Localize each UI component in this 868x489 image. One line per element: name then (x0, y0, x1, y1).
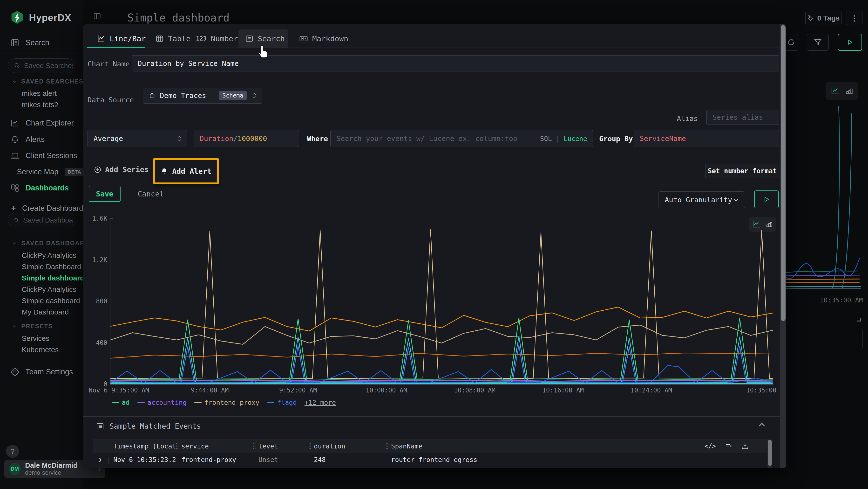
download-icon[interactable] (741, 442, 749, 450)
panel-resize-handle[interactable] (858, 318, 861, 321)
saved-dashboard-item-active[interactable]: Simple dashboard (22, 274, 84, 282)
saved-dashboards-placeholder: Saved Dashboards (23, 216, 72, 224)
alias-input[interactable]: Series alias (707, 110, 779, 125)
saved-dashboards-input[interactable]: Saved Dashboards (8, 213, 75, 227)
saved-dashboard-item[interactable]: Simple dashboard (22, 297, 80, 305)
more-menu-button[interactable]: ⋮ (846, 11, 863, 25)
tab-label: Markdown (312, 34, 348, 43)
code-view-icon[interactable]: </> (705, 442, 716, 450)
tab-label: Line/Bar (110, 34, 146, 43)
tab-line-bar[interactable]: Line/Bar (97, 29, 146, 48)
saved-dashboard-item[interactable]: Simple Dashboard (22, 263, 81, 271)
legend-label: accounting (148, 399, 187, 406)
legend-item-accounting[interactable]: accounting (137, 399, 187, 406)
chevron-down-icon (733, 198, 739, 202)
tab-table[interactable]: Table (156, 29, 190, 48)
saved-searches-section-header[interactable]: SAVED SEARCHES (11, 78, 84, 85)
sidebar-item-chart-explorer[interactable]: Chart Explorer (10, 119, 74, 127)
user-subtitle: demo-service - (25, 469, 78, 476)
chevron-up-icon (758, 422, 766, 427)
bg-chart-x-label: 10:35:00 AM (820, 296, 863, 304)
collapse-section-button[interactable] (758, 422, 766, 427)
add-series-label: Add Series (105, 165, 149, 174)
granularity-select[interactable]: Auto Granularity (658, 192, 745, 208)
sidebar-item-label: Search (26, 38, 49, 47)
filter-button[interactable] (807, 34, 829, 51)
brand-logo-row[interactable]: HyperDX (10, 10, 71, 25)
bg-chart-type-toggle[interactable] (826, 82, 858, 100)
tags-button[interactable]: 0 Tags (805, 11, 841, 25)
saved-searches-placeholder: Saved Searches (24, 62, 72, 70)
line-chart-icon (97, 34, 105, 43)
legend-item-frontend-proxy[interactable]: frontend-proxy (194, 399, 259, 406)
saved-searches-input[interactable]: Saved Searches (8, 58, 75, 73)
column-header[interactable]: level (258, 442, 278, 450)
saved-dashboard-item[interactable]: ClickPy Analytics (22, 251, 76, 259)
column-header[interactable]: Timestamp (Local) (93, 442, 176, 450)
help-button[interactable]: ? (6, 445, 19, 458)
tab-markdown[interactable]: Markdown (299, 29, 348, 48)
tab-number[interactable]: 123 Number (196, 29, 238, 48)
add-alert-button[interactable]: Add Alert (153, 158, 219, 184)
sidebar-item-service-map[interactable]: Service Map BETA (10, 168, 83, 176)
drag-handle-icon[interactable] (176, 443, 178, 449)
save-button[interactable]: Save (89, 186, 121, 202)
saved-search-item[interactable]: mikes alert (22, 89, 57, 97)
cancel-button[interactable]: Cancel (138, 190, 164, 198)
drag-handle-icon[interactable] (309, 443, 311, 449)
aggregation-select[interactable]: Average (88, 130, 187, 147)
chart-legend[interactable]: adaccountingfrontend-proxyflagd+12 more (112, 399, 336, 406)
modal-scrollbar-thumb[interactable] (781, 25, 785, 321)
saved-search-item[interactable]: mikes tets2 (22, 100, 58, 109)
lucene-option[interactable]: Lucene (563, 135, 587, 142)
line-chart-plot (110, 218, 774, 385)
drag-handle-icon[interactable] (253, 443, 255, 449)
column-header[interactable]: duration (314, 442, 345, 450)
set-number-format-button[interactable]: Set number format (705, 164, 779, 178)
sidebar: HyperDX Search Saved Searches SAVED SEAR… (0, 0, 83, 489)
query-language-toggle[interactable]: SQL | Lucene (540, 135, 587, 142)
presets-section-header[interactable]: PRESETS (11, 323, 53, 330)
preset-item[interactable]: Kubernetes (22, 346, 59, 354)
run-chart-button[interactable] (754, 191, 779, 208)
where-search-input[interactable]: Search your events w/ Lucene ex. column:… (330, 130, 593, 147)
legend-item-flagd[interactable]: flagd (267, 399, 297, 406)
preset-item[interactable]: Services (22, 334, 50, 343)
x-tick-label: 10:00:00 AM (366, 387, 407, 394)
saved-dashboard-item[interactable]: My Dashboard (22, 308, 69, 316)
sidebar-item-dashboards[interactable]: Dashboards (10, 184, 69, 192)
create-dashboard-button[interactable]: + Create Dashboard (11, 203, 83, 213)
chart-editor-modal: Line/Bar Table 123 Number Search Markdow… (83, 24, 786, 468)
sidebar-item-client-sessions[interactable]: Client Sessions (10, 151, 77, 160)
chart-series-series-11 (111, 382, 773, 382)
expand-row-icon[interactable]: ❯ (98, 456, 102, 463)
saved-dashboards-section-header[interactable]: SAVED DASHBOARDS (11, 240, 94, 247)
field-expression-input[interactable]: Duration/1000000 (194, 130, 299, 147)
modal-scrollbar[interactable] (780, 24, 786, 468)
event-row[interactable]: ❯ | Nov 6 10:35:23.243 AM frontend-proxy… (93, 453, 768, 466)
table-scrollbar[interactable] (768, 439, 772, 468)
bg-run-button[interactable] (838, 34, 862, 51)
sidebar-item-alerts[interactable]: Alerts (10, 135, 44, 144)
add-alert-label: Add Alert (172, 167, 212, 175)
add-series-button[interactable]: Add Series (94, 165, 149, 174)
sidebar-toggle-icon[interactable] (94, 12, 101, 20)
column-header[interactable]: service (181, 442, 209, 450)
sidebar-item-team-settings[interactable]: Team Settings (10, 368, 73, 376)
user-name: Dale McDiarmid (25, 462, 78, 469)
search-icon (14, 217, 19, 224)
chart-name-input[interactable]: Duration by Service Name (132, 55, 779, 71)
column-settings-icon[interactable] (725, 442, 732, 450)
event-row[interactable]: ❯ Nov 6 10:35:23.243 AM frontend Unset 2… (93, 466, 768, 468)
table-scrollbar-thumb[interactable] (768, 440, 772, 466)
group-by-input[interactable]: ServiceName (633, 130, 779, 147)
refresh-button[interactable] (784, 34, 798, 51)
legend-more-link[interactable]: +12 more (305, 399, 336, 406)
data-source-select[interactable]: Demo Traces Schema (143, 88, 262, 104)
column-header[interactable]: SpanName (391, 442, 423, 450)
drag-handle-icon[interactable] (386, 443, 388, 449)
sidebar-item-search[interactable]: Search (10, 38, 49, 47)
saved-dashboard-item[interactable]: ClickPy Analytics (22, 285, 76, 293)
legend-item-ad[interactable]: ad (112, 399, 130, 406)
sql-option[interactable]: SQL (540, 135, 552, 142)
